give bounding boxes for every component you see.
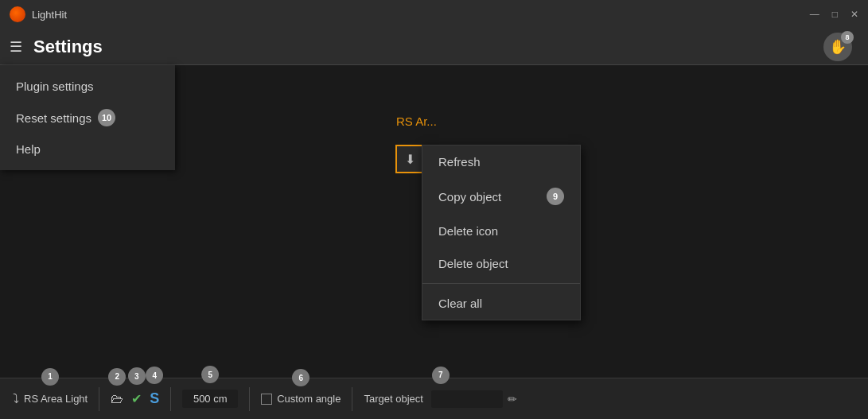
main-canvas: Plugin settings Reset settings 10 Help R… bbox=[0, 65, 868, 378]
target-input[interactable] bbox=[431, 390, 503, 408]
object-icon-symbol: ⬇ bbox=[405, 152, 415, 167]
restore-button[interactable]: □ bbox=[832, 10, 838, 19]
section-light-name: 1 ⤵ RS Area Light bbox=[13, 392, 88, 406]
close-button[interactable]: ✕ bbox=[850, 10, 858, 19]
context-delete-icon-label: Delete icon bbox=[438, 224, 498, 238]
context-delete-object-label: Delete object bbox=[438, 257, 508, 270]
context-copy-object-label: Copy object bbox=[438, 190, 501, 204]
badge-6: 6 bbox=[292, 369, 309, 386]
s-icon: S bbox=[150, 390, 159, 407]
separator-1 bbox=[99, 387, 99, 411]
reset-settings-item[interactable]: Reset settings 10 bbox=[0, 101, 175, 134]
custom-angle-label: Custom angle bbox=[277, 393, 341, 405]
reset-settings-label: Reset settings bbox=[16, 111, 91, 125]
context-divider bbox=[422, 283, 580, 284]
custom-angle-wrapper: Custom angle bbox=[261, 393, 341, 405]
badge-4: 4 bbox=[146, 367, 163, 384]
badge-2: 2 bbox=[108, 368, 126, 386]
separator-2 bbox=[170, 387, 171, 411]
page-title: Settings bbox=[33, 37, 103, 57]
context-delete-icon[interactable]: Delete icon bbox=[422, 215, 580, 247]
app-title: LightHit bbox=[32, 9, 67, 21]
context-delete-object[interactable]: Delete object bbox=[422, 247, 580, 280]
help-label: Help bbox=[16, 142, 41, 156]
help-item[interactable]: Help bbox=[0, 134, 175, 164]
hand-button[interactable]: ✋ 8 bbox=[823, 33, 852, 61]
app-icon bbox=[10, 6, 25, 22]
folder-icon: 🗁 bbox=[111, 392, 123, 406]
section-custom-angle: 6 Custom angle bbox=[261, 393, 341, 405]
section-size: 5 bbox=[182, 390, 238, 408]
light-icon: ⤵ bbox=[13, 392, 19, 406]
minimize-button[interactable]: — bbox=[810, 10, 819, 19]
check-icon: ✔ bbox=[131, 391, 142, 406]
size-input[interactable] bbox=[182, 390, 238, 408]
pencil-button[interactable]: ✏ bbox=[508, 393, 517, 405]
target-label: Target object bbox=[364, 393, 422, 405]
light-name-label: RS Area Light bbox=[24, 393, 88, 405]
context-menu: Refresh Copy object 9 Delete icon Delete… bbox=[422, 145, 581, 320]
badge-3: 3 bbox=[128, 367, 146, 385]
context-copy-object-badge: 9 bbox=[547, 188, 564, 205]
badge-1: 1 bbox=[41, 368, 59, 386]
custom-angle-checkbox[interactable] bbox=[261, 394, 272, 405]
separator-4 bbox=[352, 387, 352, 411]
object-icon: ⬇ bbox=[395, 145, 424, 173]
object-label: RS Ar... bbox=[396, 114, 437, 128]
header: ☰ Settings ✋ 8 bbox=[0, 29, 868, 65]
hand-badge: 8 bbox=[841, 31, 854, 44]
plugin-settings-item[interactable]: Plugin settings bbox=[0, 72, 175, 101]
section-target: 7 Target object ✏ bbox=[364, 390, 516, 408]
badge-5: 5 bbox=[201, 366, 219, 383]
context-copy-object[interactable]: Copy object 9 bbox=[422, 178, 580, 215]
hamburger-menu[interactable]: ☰ bbox=[10, 38, 22, 56]
context-clear-all[interactable]: Clear all bbox=[422, 287, 580, 320]
context-refresh[interactable]: Refresh bbox=[422, 145, 580, 178]
section-s[interactable]: 4 S bbox=[150, 390, 159, 407]
dropdown-menu: Plugin settings Reset settings 10 Help bbox=[0, 65, 175, 170]
badge-7: 7 bbox=[432, 367, 450, 384]
context-clear-all-label: Clear all bbox=[438, 297, 482, 310]
context-refresh-label: Refresh bbox=[438, 155, 481, 169]
plugin-settings-label: Plugin settings bbox=[16, 80, 94, 93]
titlebar: LightHit — □ ✕ bbox=[0, 0, 868, 29]
bottombar: 1 ⤵ RS Area Light 2 🗁 3 ✔ 4 S 5 6 Custom… bbox=[0, 378, 868, 419]
window-controls: — □ ✕ bbox=[810, 10, 858, 19]
separator-3 bbox=[249, 387, 250, 411]
section-folder[interactable]: 2 🗁 bbox=[111, 392, 123, 406]
section-check[interactable]: 3 ✔ bbox=[131, 391, 142, 406]
reset-settings-badge: 10 bbox=[98, 109, 115, 126]
